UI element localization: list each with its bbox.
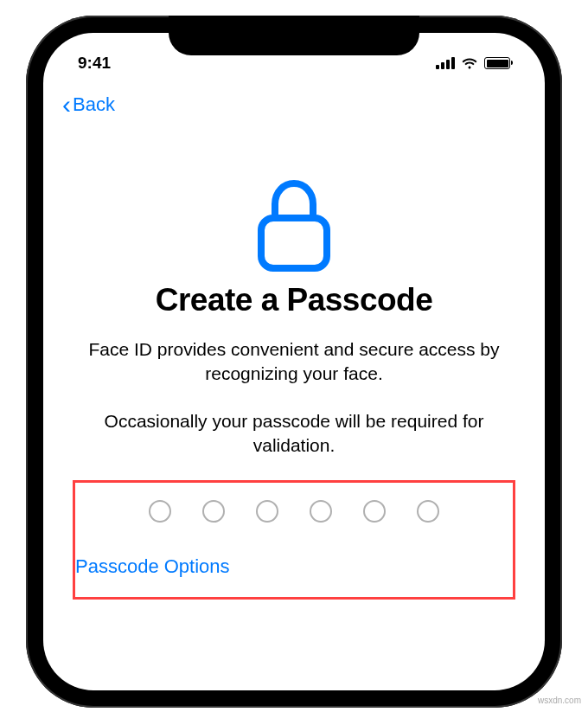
passcode-digit bbox=[202, 500, 225, 523]
watermark: wsxdn.com bbox=[538, 696, 581, 705]
phone-screen: 9:41 ‹ Back bbox=[43, 33, 545, 690]
passcode-digit bbox=[256, 500, 278, 523]
passcode-digit bbox=[310, 500, 332, 523]
lock-icon bbox=[254, 173, 334, 277]
phone-frame: 9:41 ‹ Back bbox=[26, 16, 562, 708]
subtitle-line-1: Face ID provides convenient and secure a… bbox=[78, 337, 510, 387]
passcode-digit bbox=[417, 500, 439, 523]
status-indicators bbox=[432, 57, 510, 70]
status-time: 9:41 bbox=[78, 54, 156, 73]
main-content: Create a Passcode Face ID provides conve… bbox=[43, 118, 545, 458]
phone-notch bbox=[169, 16, 419, 55]
passcode-digit bbox=[149, 500, 171, 523]
subtitle-line-2: Occasionally your passcode will be requi… bbox=[78, 409, 510, 459]
wifi-icon bbox=[461, 57, 478, 70]
back-button[interactable]: ‹ Back bbox=[62, 92, 115, 118]
back-label: Back bbox=[73, 93, 115, 116]
passcode-digit bbox=[363, 500, 386, 523]
passcode-input[interactable] bbox=[75, 500, 513, 523]
nav-bar: ‹ Back bbox=[43, 85, 545, 118]
cellular-signal-icon bbox=[436, 57, 455, 69]
chevron-left-icon: ‹ bbox=[62, 92, 71, 118]
battery-icon bbox=[484, 57, 510, 69]
highlight-annotation: Passcode Options bbox=[73, 480, 515, 600]
passcode-options-link[interactable]: Passcode Options bbox=[75, 555, 513, 578]
page-title: Create a Passcode bbox=[78, 282, 510, 318]
svg-rect-0 bbox=[261, 218, 327, 268]
